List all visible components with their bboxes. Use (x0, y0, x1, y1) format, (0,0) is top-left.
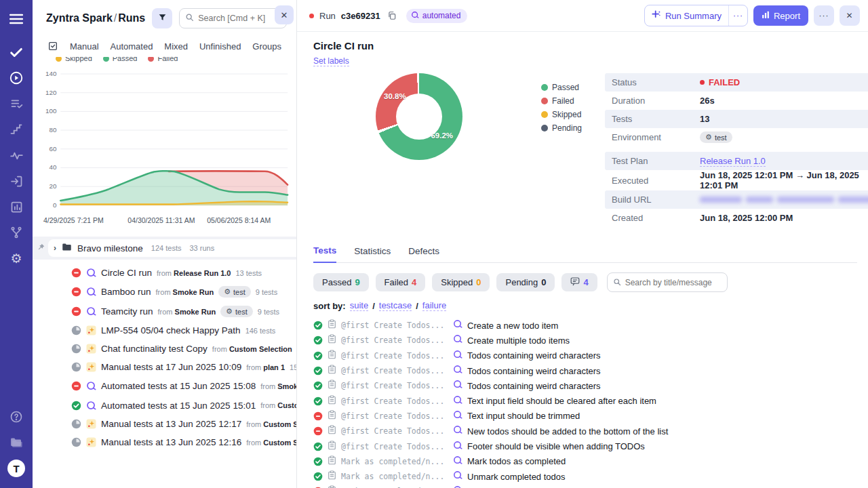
failed-filter-chip[interactable]: Failed4 (376, 273, 426, 291)
run-name: Circle CI run (101, 268, 152, 278)
test-list-item[interactable]: @first Create Todos... Footer should be … (313, 439, 857, 453)
automated-test-icon (453, 380, 462, 392)
reports-icon[interactable] (0, 194, 33, 220)
help-icon[interactable] (0, 404, 33, 430)
test-list-item[interactable]: Mark as completed/n... Mark todos as com… (313, 454, 857, 469)
comments-filter-chip[interactable]: 4 (561, 273, 597, 291)
automated-test-icon (453, 455, 462, 468)
select-all-icon[interactable] (47, 41, 58, 52)
passed-filter-chip[interactable]: Passed9 (313, 273, 369, 291)
detail-row-environment: Environment ⚙test (605, 128, 868, 146)
integrations-icon[interactable] (0, 220, 33, 245)
app-logo[interactable]: T (0, 455, 33, 481)
set-labels-link[interactable]: Set labels (313, 56, 349, 66)
runs-list: Circle CI run from Release Run 1.0 13 te… (33, 260, 296, 451)
skipped-filter-chip[interactable]: Skipped0 (432, 273, 490, 291)
build-url-redacted[interactable] (700, 197, 868, 203)
svg-text:140: 140 (45, 70, 57, 77)
test-list-item[interactable]: @first Create Todos... Create multiple t… (313, 333, 857, 348)
test-list-item[interactable]: @first Create Todos... New todos should … (313, 424, 857, 439)
run-list-item[interactable]: Circle CI run from Release Run 1.0 13 te… (33, 264, 296, 282)
copy-run-id-button[interactable] (386, 9, 398, 22)
projects-icon[interactable] (0, 430, 33, 455)
run-name: LMP-554 05/04 check Happy Path (101, 325, 241, 336)
milestones-icon[interactable] (0, 117, 33, 142)
status-dot (700, 80, 705, 85)
settings-icon[interactable]: ⚙ (0, 245, 33, 271)
run-list-item[interactable]: Manual tests at 13 Jun 2025 12:17 from C… (33, 415, 296, 433)
import-icon[interactable] (0, 168, 33, 194)
runs-search[interactable] (179, 8, 287, 28)
runs-icon[interactable] (0, 65, 33, 91)
run-list-item[interactable]: Chat functinality test Copy from Custom … (33, 340, 296, 358)
tests-search-input[interactable] (625, 278, 722, 287)
sort-by-suite-link[interactable]: suite (350, 300, 368, 311)
gear-icon: ⚙ (705, 133, 712, 142)
tab-defects[interactable]: Defects (408, 245, 439, 262)
tab-automated[interactable]: Automated (111, 41, 153, 52)
run-source-name: plan 1 (263, 363, 285, 371)
run-list-item[interactable]: Bamboo run from Smoke Run ⚙test 9 tests (33, 282, 296, 302)
close-run-button[interactable]: ✕ (840, 5, 860, 26)
detail-row-test-plan: Test Plan Release Run 1.0 (605, 152, 868, 170)
pin-icon[interactable] (37, 242, 45, 254)
run-list-item[interactable]: Automated tests at 15 Jun 2025 15:01 fro… (33, 396, 296, 415)
test-list-item[interactable]: @first Create Todos... Todos containing … (313, 348, 857, 363)
run-summary-button[interactable]: Run Summary (645, 5, 728, 26)
tab-unfinished[interactable]: Unfinished (199, 41, 241, 52)
sort-by-failure-link[interactable]: failure (422, 300, 446, 311)
milestone-row[interactable]: › Bravo milestone 124 tests 33 runs (33, 237, 296, 260)
run-source: from Custom Selection (260, 401, 296, 409)
automated-badge[interactable]: automated (406, 9, 468, 23)
run-summary-more-button[interactable]: ··· (728, 5, 747, 26)
tab-manual[interactable]: Manual (70, 41, 99, 52)
report-button[interactable]: Report (753, 5, 808, 26)
run-list-item[interactable]: Automated tests at 15 Jun 2025 15:08 fro… (33, 376, 296, 396)
analytics-icon[interactable] (0, 142, 33, 168)
panel-close-button[interactable]: ✕ (275, 5, 294, 24)
sort-by-testcase-link[interactable]: testcase (379, 300, 412, 311)
run-list-item[interactable]: LMP-554 05/04 check Happy Path 146 tests (33, 321, 296, 340)
breadcrumb-project[interactable]: Zyntra Spark (46, 12, 113, 24)
run-list-item[interactable]: Manual tests at 13 Jun 2025 12:16 from C… (33, 433, 296, 451)
test-plan-link[interactable]: Release Run 1.0 (700, 156, 766, 167)
run-name: Manual tests at 17 Jun 2025 10:09 (101, 362, 241, 372)
runs-search-input[interactable] (198, 14, 281, 23)
clipboard-icon (328, 380, 336, 392)
environment-badge[interactable]: ⚙test (700, 131, 732, 143)
area-chart-canvas: 140 120 100 80 60 40 20 0 (38, 64, 292, 212)
tab-groups[interactable]: Groups (252, 41, 281, 52)
test-list-item[interactable]: @first Create Todos... Create a new todo… (313, 318, 857, 333)
test-list-item[interactable]: @first Create Todos... Todos containing … (313, 363, 857, 378)
clipboard-icon (328, 425, 336, 437)
run-list-item[interactable]: Manual tests at 17 Jun 2025 10:09 from p… (33, 358, 296, 376)
test-suite-name: @first Create Todos... (341, 381, 448, 390)
failed-percent-label: 30.8% (384, 92, 406, 100)
run-source-name: Custom Selection (229, 345, 292, 353)
chevron-right-icon[interactable]: › (54, 243, 56, 253)
menu-icon[interactable] (0, 7, 33, 31)
test-list-item[interactable]: Mark as completed/n... Unmark completed … (313, 469, 857, 484)
milestone-card[interactable]: › Bravo milestone 124 tests 33 runs (48, 239, 296, 257)
more-options-button[interactable]: ··· (814, 5, 834, 26)
test-title: New todos should be added to the bottom … (467, 426, 668, 436)
tab-mixed[interactable]: Mixed (164, 41, 188, 52)
tab-tests[interactable]: Tests (313, 245, 336, 263)
run-list-item[interactable]: Teamcity run from Smoke Run ⚙test 9 test… (33, 302, 296, 321)
test-list-item[interactable]: @first Create Todos... Text input field … (313, 393, 857, 408)
tab-statistics[interactable]: Statistics (354, 245, 391, 262)
tests-search[interactable] (607, 272, 728, 292)
run-overview: 69.2% 30.8% Passed Failed Skipped Pendin… (313, 73, 857, 236)
test-list-item[interactable]: Mark as completed/n... Mark all todos as… (313, 484, 857, 488)
test-plans-icon[interactable] (0, 91, 33, 117)
test-list-item[interactable]: @first Create Todos... Text input should… (313, 409, 857, 424)
tests-icon[interactable] (0, 39, 33, 65)
detail-row-build-url: Build URL (605, 190, 868, 209)
test-list-item[interactable]: @first Create Todos... Todos containing … (313, 378, 857, 393)
runs-list-scroll[interactable]: › Bravo milestone 124 tests 33 runs Circ… (33, 237, 296, 488)
automated-test-icon (453, 365, 462, 377)
pending-filter-chip[interactable]: Pending0 (496, 273, 555, 291)
sort-by-row: sort by: suite / testcase / failure (313, 300, 857, 311)
breadcrumb-page: Runs (118, 12, 145, 24)
filter-button[interactable] (152, 8, 172, 28)
